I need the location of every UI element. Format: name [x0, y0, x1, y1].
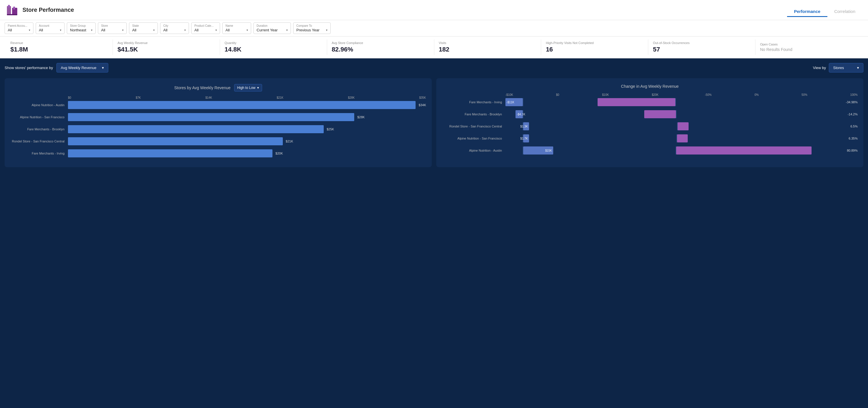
filter-parent-account[interactable]: Parent Accou... All ▾ [5, 23, 33, 34]
left-bar-chart: Alpine Nutrition - Austin $34K Alpine Nu… [10, 101, 426, 158]
sort-dropdown[interactable]: High to Low ▾ [234, 84, 262, 92]
right-bar-track: $15K 80.89% [505, 146, 858, 155]
abs-neg-label: -$11K [506, 101, 514, 104]
right-bar-label: Rondel Store - San Francisco Central [442, 125, 505, 128]
svg-rect-2 [8, 5, 10, 8]
view-by-dropdown[interactable]: Stores ▾ [829, 63, 863, 72]
chevron-down-icon: ▾ [257, 86, 259, 90]
pct-section [564, 122, 847, 130]
svg-rect-3 [13, 7, 15, 9]
chevron-down-icon: ▾ [286, 29, 288, 32]
bar-fill: $21K [68, 137, 283, 145]
left-bar-row: Rondel Store - San Francisco Central $21… [10, 137, 426, 145]
chevron-down-icon: ▾ [91, 29, 92, 32]
right-bar-row: Alpine Nutrition - Austin $15K [442, 146, 858, 155]
right-bar-chart: Fare Merchants - Irving -$11K [442, 98, 858, 155]
bar-label: Alpine Nutrition - Austin [10, 103, 68, 107]
bar-track: $28K [68, 113, 426, 121]
bar-label: Rondel Store - San Francisco Central [10, 140, 68, 143]
right-bar-row: Rondel Store - San Francisco Central $1.… [442, 122, 858, 130]
kpi-visits: Visits 182 [434, 39, 541, 55]
chevron-down-icon: ▾ [857, 66, 859, 70]
right-bar-label: Fare Merchants - Irving [442, 100, 505, 104]
right-bar-track: $1.7K 6.35% [505, 134, 858, 142]
pct-label: 6.5% [850, 125, 858, 128]
pct-section [564, 98, 842, 106]
controls-row: Show stores' performance by Avg Weekly R… [5, 63, 863, 72]
right-bar-row: Alpine Nutrition - San Francisco $1.7K [442, 134, 858, 142]
abs-section: $1.3K [505, 122, 563, 130]
app-logo [6, 4, 19, 16]
chevron-down-icon: ▾ [326, 29, 328, 32]
chevron-down-icon: ▾ [215, 29, 217, 32]
chevron-down-icon: ▾ [102, 66, 104, 70]
filter-store-group[interactable]: Store Group Northeast ▾ [67, 23, 96, 34]
tab-correlation[interactable]: Correlation [827, 3, 862, 17]
bar-label: Fare Merchants - Irving [10, 151, 68, 155]
app-header: Store Performance Performance Correlatio… [0, 0, 868, 20]
left-bar-row: Fare Merchants - Irving $20K [10, 149, 426, 158]
pct-section [564, 110, 844, 118]
abs-pos-label: $1.7K [520, 137, 528, 140]
bar-track: $25K [68, 125, 426, 133]
right-bar-row: Fare Merchants - Brooklyn -$4.1K [442, 110, 858, 118]
pct-label: -14.2% [847, 112, 858, 116]
kpi-revenue: Revenue $1.8M [6, 39, 113, 55]
bar-track: $34K [68, 101, 426, 109]
bar-label: Fare Merchants - Brooklyn [10, 128, 68, 131]
right-chart-panel: Change in Avg Weekly Revenue -$10K $0 $1… [436, 78, 863, 167]
filter-city[interactable]: City All ▾ [160, 23, 189, 34]
tab-performance[interactable]: Performance [787, 3, 827, 17]
right-chart-title: Change in Avg Weekly Revenue [442, 84, 858, 89]
main-tabs: Performance Correlation [787, 3, 862, 17]
kpi-high-priority-visits: High-Priority Visits Not Completed 16 [541, 39, 648, 55]
kpi-avg-store-compliance: Avg Store Compliance 82.96% [327, 39, 434, 55]
filter-bar: Parent Accou... All ▾ Account All ▾ Stor… [0, 20, 868, 37]
bar-track: $21K [68, 137, 426, 145]
filter-duration[interactable]: Duration Current Year ▾ [253, 23, 291, 34]
filter-compare-to[interactable]: Compare To Previous Year ▾ [293, 23, 331, 34]
page-title: Store Performance [23, 7, 787, 13]
filter-account[interactable]: Account All ▾ [36, 23, 64, 34]
chevron-down-icon: ▾ [122, 29, 124, 32]
chevron-down-icon: ▾ [184, 29, 186, 32]
left-chart-panel: Stores by Avg Weekly Revenue High to Low… [5, 78, 432, 167]
kpi-open-cases: Open Cases No Results Found [755, 41, 862, 54]
chevron-down-icon: ▾ [60, 29, 61, 32]
abs-section: $1.7K [505, 134, 563, 142]
abs-section: -$4.1K [505, 110, 563, 118]
filter-store[interactable]: Store All ▾ [98, 23, 127, 34]
left-chart-header: Stores by Avg Weekly Revenue High to Low… [10, 84, 426, 92]
bar-fill: $20K [68, 149, 273, 158]
right-bar-label: Alpine Nutrition - Austin [442, 149, 505, 152]
bar-value: $20K [276, 151, 283, 155]
pct-label: 80.89% [847, 149, 858, 152]
chevron-down-icon: ▾ [29, 29, 30, 32]
left-bar-row: Alpine Nutrition - Austin $34K [10, 101, 426, 109]
svg-rect-4 [7, 14, 17, 15]
pct-section [564, 146, 843, 155]
kpi-bar: Revenue $1.8M Avg Weekly Revenue $41.5K … [0, 37, 868, 59]
right-axis-labels: -$10K $0 $10K $20K -50% 0% 50% 100% [442, 93, 858, 96]
metric-dropdown[interactable]: Avg Weekly Revenue ▾ [57, 63, 108, 72]
bar-label: Alpine Nutrition - San Francisco [10, 115, 68, 119]
bar-fill: $25K [68, 125, 324, 133]
right-bar-row: Fare Merchants - Irving -$11K [442, 98, 858, 106]
main-content: Show stores' performance by Avg Weekly R… [0, 59, 868, 408]
filter-state[interactable]: State All ▾ [129, 23, 158, 34]
kpi-quantity: Quantity 14.8K [220, 39, 327, 55]
chevron-down-icon: ▾ [247, 29, 248, 32]
abs-section: $15K [505, 146, 563, 155]
filter-product-category[interactable]: Product Cate... All ▾ [191, 23, 220, 34]
pct-label: 6.35% [849, 137, 858, 140]
abs-pos-label: $1.3K [520, 125, 528, 128]
kpi-out-of-stock: Out-of-Stock Occurrences 57 [648, 39, 755, 55]
pct-label: -34.98% [846, 100, 858, 104]
bar-track: $20K [68, 149, 426, 158]
abs-pos-label: $15K [545, 149, 552, 152]
abs-section: -$11K [505, 98, 563, 106]
right-bar-track: -$4.1K [505, 110, 858, 118]
right-bar-label: Alpine Nutrition - San Francisco [442, 137, 505, 140]
filter-name[interactable]: Name All ▾ [222, 23, 251, 34]
left-axis-labels: $0 $7K $14K $21K $28K $35K [10, 96, 426, 99]
